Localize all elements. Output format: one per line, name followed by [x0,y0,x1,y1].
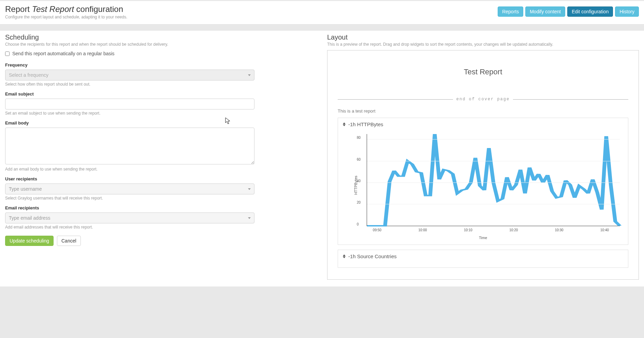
auto-send-checkbox[interactable] [5,52,10,56]
title-name: Test Report [32,4,74,14]
y-tick-label: 80 [357,136,361,139]
layout-column: Layout This is a preview of the report. … [327,31,639,280]
drag-handle-icon[interactable] [343,122,346,126]
chevron-down-icon [248,74,251,76]
widget-header: -1h HTTPBytes [343,121,623,127]
email-recipients-label: Email recipients [5,205,317,210]
header-actions: Reports Modify content Edit configuratio… [498,6,639,17]
auto-send-row: Send this report automatically on a regu… [5,51,317,56]
scheduling-column: Scheduling Choose the recipients for thi… [5,31,317,280]
email-recipients-placeholder: Type email address [9,215,50,221]
gridline [367,139,620,139]
chevron-down-icon [248,217,251,219]
layout-subtitle: This is a preview of the report. Drag an… [327,42,639,47]
x-axis-label: Time [479,236,487,240]
modify-content-button[interactable]: Modify content [525,6,565,17]
x-tick-label: 10:20 [509,228,518,232]
y-tick-label: 40 [357,179,361,182]
history-button[interactable]: History [615,6,639,17]
x-tick-label: 10:30 [555,228,564,232]
subject-input[interactable] [5,99,254,109]
frequency-label: Frequency [5,62,317,68]
gridline [367,204,620,204]
title-suffix: configuration [76,4,123,14]
subject-group: Email subject Set an email subject to us… [5,91,317,116]
email-recipients-select[interactable]: Type email address [5,212,254,223]
x-tick-label: 10:40 [600,228,609,232]
gridline [367,182,620,183]
edit-configuration-button[interactable]: Edit configuration [567,6,613,17]
subject-label: Email subject [5,91,317,97]
user-recipients-group: User recipients Type username Select Gra… [5,176,317,201]
preview-report-title: Test Report [338,68,628,76]
main-content: Scheduling Choose the recipients for thi… [0,31,644,286]
user-recipients-help: Select Graylog usernames that will recei… [5,196,254,201]
body-group: Email body Add an email body to use when… [5,120,317,172]
chart-series-line [367,134,620,226]
line-chart-svg [367,134,620,226]
email-recipients-group: Email recipients Type email address Add … [5,205,317,230]
scheduling-title: Scheduling [5,31,317,41]
x-tick-label: 10:00 [419,228,427,232]
form-actions: Update scheduling Cancel [5,236,317,246]
widget-httpbytes[interactable]: -1h HTTPBytes HTTPBytes Time 02040608009… [338,118,628,245]
body-textarea[interactable] [5,128,254,164]
subject-help: Set an email subject to use when sending… [5,111,254,116]
email-recipients-help: Add email addresses that will receive th… [5,225,254,230]
divider-line [338,99,453,100]
user-recipients-placeholder: Type username [9,186,42,192]
frequency-group: Frequency Select a frequency Select how … [5,62,317,87]
layout-title: Layout [327,31,639,41]
y-tick-label: 20 [357,201,361,204]
y-axis-label: HTTPBytes [354,176,358,195]
scheduling-subtitle: Choose the recipients for this report an… [5,42,317,47]
widget-source-countries[interactable]: -1h Source Countries [338,250,628,268]
chevron-down-icon [248,188,251,190]
cover-divider: end of cover page [338,97,628,102]
cancel-button[interactable]: Cancel [57,236,81,246]
body-help: Add an email body to use when sending th… [5,167,254,172]
frequency-help: Select how often this report should be s… [5,82,254,87]
drag-handle-icon[interactable] [343,254,346,258]
body-label: Email body [5,120,317,126]
frequency-select[interactable]: Select a frequency [5,70,254,80]
title-prefix: Report [5,4,30,14]
y-tick-label: 0 [357,222,359,226]
page-title: Report Test Report configuration [5,4,127,14]
chart-container: HTTPBytes Time 02040608009:5010:0010:101… [343,131,623,240]
page-header: Report Test Report configuration Configu… [0,0,644,25]
update-scheduling-button[interactable]: Update scheduling [5,236,54,246]
header-titles: Report Test Report configuration Configu… [5,4,127,19]
reports-button[interactable]: Reports [498,6,523,17]
page-subtitle: Configure the report layout and schedule… [5,15,127,19]
x-tick-label: 09:50 [373,228,381,232]
user-recipients-select[interactable]: Type username [5,183,254,194]
widget-header: -1h Source Countries [343,253,623,259]
cover-divider-text: end of cover page [456,97,510,102]
plot-area: 02040608009:5010:0010:1010:2010:3010:40 [367,134,620,226]
user-recipients-label: User recipients [5,176,317,181]
gridline [367,161,620,161]
preview-description: This is a test report [338,108,628,114]
divider-line [513,99,628,100]
widget-title: -1h HTTPBytes [348,121,383,127]
frequency-placeholder: Select a frequency [9,72,48,78]
preview-frame: Test Report end of cover page This is a … [327,50,639,280]
x-tick-label: 10:10 [464,228,472,232]
y-tick-label: 60 [357,157,361,161]
widget-title: -1h Source Countries [348,253,397,259]
auto-send-label: Send this report automatically on a regu… [12,51,115,56]
